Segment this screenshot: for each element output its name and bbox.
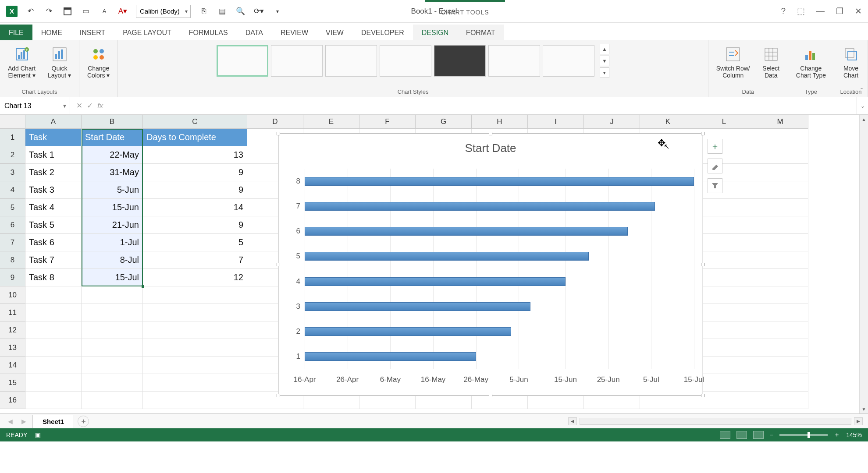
embedded-chart[interactable]: Start Date 16-Apr26-Apr6-May16-May26-May… xyxy=(278,133,703,396)
tab-data[interactable]: DATA xyxy=(237,25,272,40)
cell-A4[interactable]: Task 3 xyxy=(25,181,82,199)
cell-A1[interactable]: Task xyxy=(25,129,82,146)
cell-L10[interactable] xyxy=(696,286,752,304)
zoom-slider[interactable] xyxy=(779,434,828,436)
row-header-2[interactable]: 2 xyxy=(0,146,25,164)
scroll-down[interactable]: ▼ xyxy=(860,405,868,413)
cell-B10[interactable] xyxy=(82,286,143,304)
cell-L9[interactable] xyxy=(696,269,752,286)
zoom-level[interactable]: 145% xyxy=(846,431,862,438)
font-color-icon[interactable]: A▾ xyxy=(117,6,128,17)
cell-M2[interactable] xyxy=(752,146,808,164)
qat-btn-3[interactable]: 🔍 xyxy=(235,6,246,17)
cell-B13[interactable] xyxy=(82,339,143,357)
column-header-J[interactable]: J xyxy=(584,115,640,129)
tab-nav-prev[interactable]: ◀ xyxy=(5,418,15,425)
add-chart-element-button[interactable]: + Add Chart Element ▾ xyxy=(5,44,38,81)
cell-B2[interactable]: 22-May xyxy=(82,146,143,164)
cell-C1[interactable]: Days to Complete xyxy=(143,129,247,146)
cell-L6[interactable] xyxy=(696,216,752,234)
cell-M10[interactable] xyxy=(752,286,808,304)
column-header-L[interactable]: L xyxy=(696,115,752,129)
column-header-E[interactable]: E xyxy=(303,115,359,129)
cell-A12[interactable] xyxy=(25,321,82,339)
cell-A8[interactable]: Task 7 xyxy=(25,251,82,269)
row-header-1[interactable]: 1 xyxy=(0,129,25,146)
horizontal-scrollbar[interactable] xyxy=(580,418,851,425)
cell-A13[interactable] xyxy=(25,339,82,357)
chart-style-6[interactable] xyxy=(488,45,540,77)
cell-M9[interactable] xyxy=(752,269,808,286)
row-header-14[interactable]: 14 xyxy=(0,357,25,374)
chart-style-4[interactable] xyxy=(380,45,431,77)
row-header-5[interactable]: 5 xyxy=(0,199,25,216)
tab-formulas[interactable]: FORMULAS xyxy=(180,25,237,40)
column-header-K[interactable]: K xyxy=(640,115,696,129)
cell-L14[interactable] xyxy=(696,357,752,374)
cell-C4[interactable]: 9 xyxy=(143,181,247,199)
cell-M7[interactable] xyxy=(752,234,808,251)
cell-C15[interactable] xyxy=(143,374,247,392)
cell-L7[interactable] xyxy=(696,234,752,251)
cell-A2[interactable]: Task 1 xyxy=(25,146,82,164)
chart-style-5[interactable] xyxy=(434,45,486,77)
save-button[interactable] xyxy=(62,6,73,17)
cell-M8[interactable] xyxy=(752,251,808,269)
cell-C5[interactable]: 14 xyxy=(143,199,247,216)
chart-styles-button[interactable] xyxy=(708,159,722,173)
chart-plot-area[interactable]: 16-Apr26-Apr6-May16-May26-May5-Jun15-Jun… xyxy=(305,169,694,369)
cell-C7[interactable]: 5 xyxy=(143,234,247,251)
chart-bar[interactable] xyxy=(305,277,566,286)
cell-A15[interactable] xyxy=(25,374,82,392)
row-header-12[interactable]: 12 xyxy=(0,321,25,339)
cell-L12[interactable] xyxy=(696,321,752,339)
page-layout-view-button[interactable] xyxy=(736,431,747,439)
undo-button[interactable]: ↶ xyxy=(25,6,36,17)
cell-C12[interactable] xyxy=(143,321,247,339)
expand-formula-bar[interactable]: ⌄ xyxy=(857,97,868,114)
qat-print-icon[interactable]: ▭ xyxy=(81,6,91,17)
chart-filters-button[interactable] xyxy=(708,178,722,193)
cell-C13[interactable] xyxy=(143,339,247,357)
cell-L5[interactable] xyxy=(696,199,752,216)
redo-button[interactable]: ↷ xyxy=(44,6,54,17)
qat-btn-4[interactable]: ⟳▾ xyxy=(254,6,264,17)
row-header-11[interactable]: 11 xyxy=(0,304,25,321)
style-scroll-down[interactable]: ▼ xyxy=(600,56,609,66)
column-header-M[interactable]: M xyxy=(752,115,808,129)
column-header-D[interactable]: D xyxy=(247,115,303,129)
tab-nav-next[interactable]: ▶ xyxy=(19,418,29,425)
cell-C2[interactable]: 13 xyxy=(143,146,247,164)
tab-file[interactable]: FILE xyxy=(0,25,32,40)
cell-C6[interactable]: 9 xyxy=(143,216,247,234)
row-header-7[interactable]: 7 xyxy=(0,234,25,251)
chart-bar[interactable] xyxy=(305,177,694,186)
row-header-3[interactable]: 3 xyxy=(0,164,25,181)
cell-L11[interactable] xyxy=(696,304,752,321)
help-button[interactable]: ? xyxy=(781,6,786,16)
chart-bar[interactable] xyxy=(305,327,511,336)
cell-M11[interactable] xyxy=(752,304,808,321)
column-header-A[interactable]: A xyxy=(25,115,82,129)
page-break-view-button[interactable] xyxy=(753,431,764,439)
chart-title[interactable]: Start Date xyxy=(278,134,703,159)
name-box[interactable]: Chart 13▼ xyxy=(0,97,70,114)
cell-L13[interactable] xyxy=(696,339,752,357)
row-header-9[interactable]: 9 xyxy=(0,269,25,286)
cell-B15[interactable] xyxy=(82,374,143,392)
cell-M3[interactable] xyxy=(752,164,808,181)
chart-bar[interactable] xyxy=(305,352,476,361)
cell-L2[interactable] xyxy=(696,146,752,164)
cell-B4[interactable]: 5-Jun xyxy=(82,181,143,199)
cell-M6[interactable] xyxy=(752,216,808,234)
collapse-ribbon-button[interactable]: ˆ xyxy=(861,87,863,94)
style-scroll-more[interactable]: ▾ xyxy=(600,67,609,78)
cell-M14[interactable] xyxy=(752,357,808,374)
cell-C10[interactable] xyxy=(143,286,247,304)
chart-style-7[interactable] xyxy=(543,45,594,77)
scroll-up[interactable]: ▲ xyxy=(860,115,868,124)
macro-record-icon[interactable]: ▣ xyxy=(35,431,41,438)
row-header-13[interactable]: 13 xyxy=(0,339,25,357)
cell-A16[interactable] xyxy=(25,392,82,409)
cell-M16[interactable] xyxy=(752,392,808,409)
